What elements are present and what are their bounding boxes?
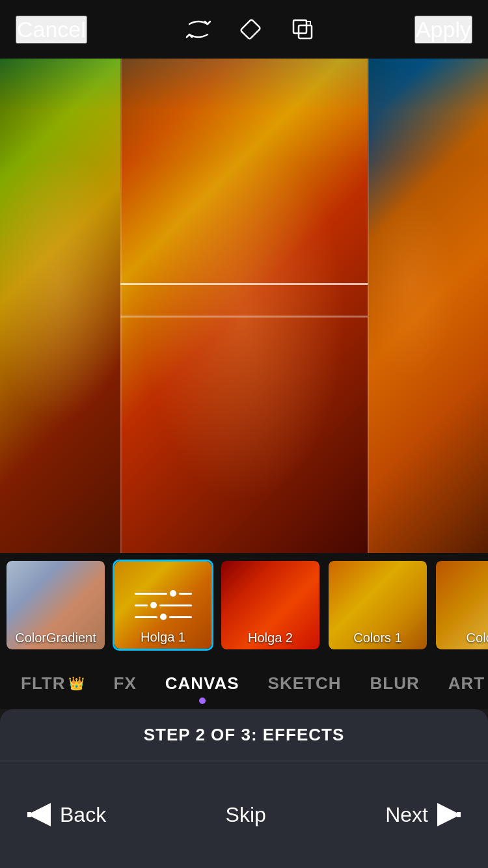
svg-rect-0 [241, 19, 261, 39]
slider-track-2b [159, 604, 192, 606]
tab-fltr[interactable]: FLTR 👑 [7, 657, 100, 709]
svg-rect-6 [457, 812, 461, 817]
tab-fx-label: FX [114, 673, 137, 694]
tab-blur-label: BLUR [370, 673, 420, 694]
thumb-colors2-label: Colo... [436, 631, 488, 645]
svg-rect-1 [293, 20, 306, 33]
slider-handle-1 [170, 590, 176, 597]
neon-overlay [0, 59, 488, 163]
back-button[interactable]: Back [26, 802, 106, 828]
step-bar: STEP 2 OF 3: EFFECTS [0, 709, 488, 761]
tab-blur[interactable]: BLUR [356, 657, 434, 709]
layers-icon[interactable] [288, 15, 317, 44]
slider-track-2 [135, 604, 148, 606]
slider-track-3b [169, 616, 192, 618]
slider-line-1 [135, 590, 192, 597]
bottom-panel: STEP 2 OF 3: EFFECTS ✕ Back Skip Next [0, 709, 488, 868]
image-canvas [0, 59, 488, 553]
hline-2 [120, 316, 368, 318]
slider-track-3 [135, 616, 157, 618]
thumb-holga1-label: Holga 1 [115, 630, 211, 645]
slider-handle-3 [160, 614, 167, 620]
skip-button[interactable]: Skip [226, 803, 266, 827]
toolbar-icons [184, 15, 317, 44]
crown-icon: 👑 [68, 675, 85, 691]
tab-sketch[interactable]: SKETCH [254, 657, 356, 709]
holga1-icon-overlay [135, 590, 192, 620]
tab-fltr-label: FLTR [21, 673, 66, 694]
next-icon [436, 802, 462, 828]
category-tabs: FLTR 👑 FX CANVAS SKETCH BLUR ART [0, 657, 488, 709]
divider-right [368, 59, 369, 553]
next-label: Next [385, 803, 428, 827]
nav-bar: Back Skip Next [0, 761, 488, 868]
back-label: Back [60, 803, 106, 827]
active-dot [199, 698, 206, 704]
thumbnail-strip: ColorGradient Holga 1 Ho [0, 553, 488, 657]
tab-art[interactable]: ART [434, 657, 488, 709]
tab-canvas[interactable]: CANVAS [151, 657, 254, 709]
divider-left [120, 59, 122, 553]
slider-track-1b [179, 593, 192, 595]
thumbnail-colorgradient[interactable]: ColorGradient [5, 560, 106, 651]
tab-fx[interactable]: FX [100, 657, 151, 709]
tab-sketch-label: SKETCH [268, 673, 342, 694]
slider-track-1 [135, 593, 167, 595]
thumbnail-colors2[interactable]: Colo... [435, 560, 488, 651]
thumbnail-colors1[interactable]: Colors 1 [327, 560, 428, 651]
step-text: STEP 2 OF 3: EFFECTS [144, 725, 344, 745]
svg-rect-4 [27, 812, 31, 817]
slider-handle-2 [150, 602, 157, 608]
cancel-button[interactable]: Cancel [16, 16, 87, 44]
thumb-holga2-label: Holga 2 [221, 631, 319, 645]
svg-rect-2 [299, 25, 312, 38]
slider-line-2 [135, 602, 192, 608]
slider-line-3 [135, 614, 192, 620]
thumb-colorgradient-label: ColorGradient [7, 631, 105, 645]
repeat-icon[interactable] [184, 15, 213, 44]
back-icon [26, 802, 52, 828]
tab-art-label: ART [448, 673, 485, 694]
top-bar: Cancel Apply [0, 0, 488, 59]
hline-1 [120, 283, 368, 285]
eraser-icon[interactable] [236, 15, 265, 44]
thumbnail-holga2[interactable]: Holga 2 [220, 560, 321, 651]
apply-button[interactable]: Apply [414, 16, 472, 44]
tab-canvas-label: CANVAS [165, 673, 239, 694]
thumb-colors1-label: Colors 1 [329, 631, 427, 645]
next-button[interactable]: Next [385, 802, 462, 828]
thumbnail-holga1[interactable]: Holga 1 [113, 560, 213, 651]
